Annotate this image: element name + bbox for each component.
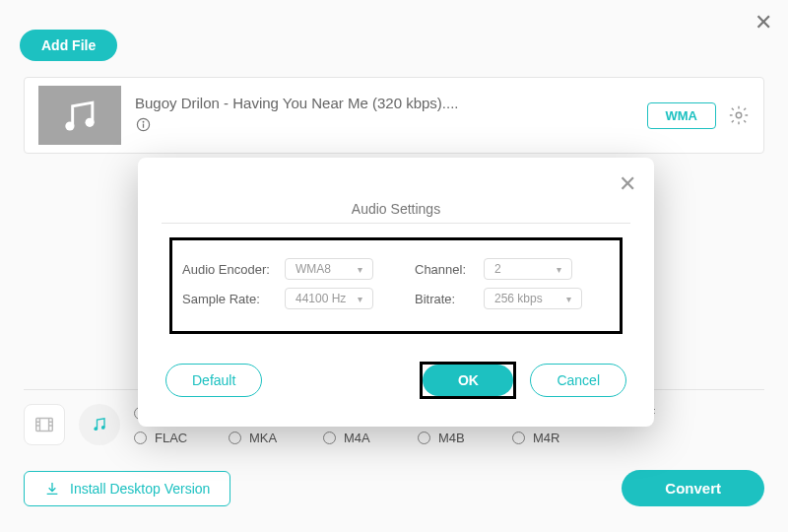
svg-rect-6 bbox=[36, 419, 53, 432]
chevron-down-icon: ▾ bbox=[557, 264, 561, 275]
radio-icon bbox=[323, 432, 336, 444]
divider bbox=[162, 223, 630, 224]
sample-rate-select[interactable]: 44100 Hz▾ bbox=[285, 288, 373, 309]
svg-point-7 bbox=[94, 427, 98, 431]
audio-thumbnail bbox=[38, 86, 121, 145]
install-desktop-label: Install Desktop Version bbox=[70, 481, 210, 497]
install-desktop-button[interactable]: Install Desktop Version bbox=[24, 471, 230, 506]
modal-close-icon[interactable]: ✕ bbox=[619, 171, 636, 197]
format-option-m4r[interactable]: M4R bbox=[512, 431, 581, 445]
convert-button[interactable]: Convert bbox=[622, 470, 764, 506]
radio-icon bbox=[229, 432, 241, 444]
output-format-badge[interactable]: WMA bbox=[647, 102, 717, 129]
music-note-icon bbox=[58, 94, 101, 137]
format-label: M4R bbox=[533, 431, 559, 445]
video-mode-icon[interactable] bbox=[24, 404, 65, 445]
audio-mode-icon[interactable] bbox=[79, 404, 120, 445]
gear-icon[interactable] bbox=[728, 104, 750, 126]
format-option-mka[interactable]: MKA bbox=[229, 431, 297, 445]
svg-point-0 bbox=[65, 121, 74, 130]
svg-point-5 bbox=[736, 112, 742, 118]
radio-icon bbox=[418, 432, 430, 444]
app-close-icon[interactable]: ✕ bbox=[755, 10, 772, 35]
svg-point-1 bbox=[86, 118, 95, 127]
default-button[interactable]: Default bbox=[165, 364, 262, 397]
chevron-down-icon: ▾ bbox=[566, 294, 571, 304]
ok-button[interactable]: OK bbox=[423, 365, 513, 396]
radio-icon bbox=[134, 432, 147, 444]
svg-point-3 bbox=[142, 121, 144, 123]
format-label: MKA bbox=[249, 431, 277, 445]
bitrate-select[interactable]: 256 kbps▾ bbox=[484, 288, 582, 309]
chevron-down-icon: ▾ bbox=[358, 264, 362, 275]
bottom-bar: Install Desktop Version Convert bbox=[24, 470, 764, 506]
radio-icon bbox=[512, 432, 525, 444]
file-card: Bugoy Drilon - Having You Near Me (320 k… bbox=[24, 77, 764, 154]
svg-point-8 bbox=[101, 426, 105, 430]
chevron-down-icon: ▾ bbox=[358, 294, 362, 304]
channel-label: Channel: bbox=[415, 262, 484, 277]
format-label: M4B bbox=[438, 431, 465, 445]
audio-encoder-label: Audio Encoder: bbox=[182, 262, 285, 277]
download-icon bbox=[44, 481, 60, 497]
add-file-button[interactable]: Add File bbox=[20, 30, 117, 61]
modal-title: Audio Settings bbox=[162, 201, 630, 217]
sample-rate-label: Sample Rate: bbox=[182, 292, 285, 306]
format-label: M4A bbox=[344, 431, 370, 445]
format-option-flac[interactable]: FLAC bbox=[134, 431, 203, 445]
audio-settings-modal: ✕ Audio Settings Audio Encoder: WMA8▾ Ch… bbox=[138, 158, 654, 427]
svg-rect-4 bbox=[142, 124, 143, 128]
format-label: FLAC bbox=[155, 431, 187, 445]
file-title: Bugoy Drilon - Having You Near Me (320 k… bbox=[135, 95, 568, 111]
cancel-button[interactable]: Cancel bbox=[530, 364, 626, 397]
audio-encoder-select[interactable]: WMA8▾ bbox=[285, 258, 373, 280]
bitrate-label: Bitrate: bbox=[415, 292, 484, 306]
file-info: Bugoy Drilon - Having You Near Me (320 k… bbox=[135, 95, 647, 137]
channel-select[interactable]: 2▾ bbox=[484, 258, 572, 280]
format-option-m4b[interactable]: M4B bbox=[418, 431, 487, 445]
settings-highlight-box: Audio Encoder: WMA8▾ Channel: 2▾ Sample … bbox=[169, 237, 623, 334]
ok-highlight-box: OK bbox=[420, 362, 516, 399]
info-icon[interactable] bbox=[135, 117, 151, 133]
format-option-m4a[interactable]: M4A bbox=[323, 431, 392, 445]
